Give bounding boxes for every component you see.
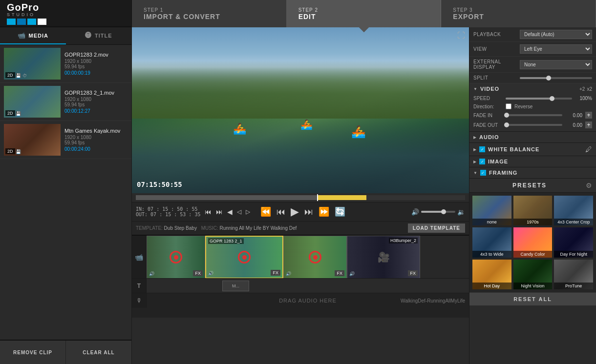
preset-none-label: none	[472, 219, 511, 225]
load-template-button[interactable]: LOAD TEMPLATE	[408, 223, 465, 233]
logo-square-2	[17, 19, 26, 25]
image-expand-icon: ▶	[473, 160, 476, 164]
preset-protune[interactable]: ProTune	[554, 260, 593, 289]
text-clip-m[interactable]: M...	[222, 281, 249, 291]
preset-4x3center-label: 4x3 Center Crop	[554, 219, 593, 225]
framing-section-title: FRAMING	[489, 170, 517, 176]
clip1-audio-btn[interactable]: 🔊	[149, 271, 154, 276]
step1-label: IMPORT & CONVERT	[144, 13, 275, 20]
music-name: Running All My Life BY Walking Def	[219, 225, 297, 231]
fade-in-plus[interactable]: +	[585, 112, 592, 119]
image-section-header[interactable]: ▶ ✓ IMAGE	[469, 156, 596, 167]
clip2-fx-label[interactable]: FX	[271, 270, 280, 276]
sidebar: 📹 MEDIA 🅣 TITLE 2D 💾 ⏱ GOPR12	[0, 27, 132, 364]
step2-num: STEP 2	[298, 7, 429, 13]
step3[interactable]: STEP 3 EXPORT	[441, 0, 596, 27]
media-fps-1: 59.94 fps	[64, 64, 128, 69]
external-select[interactable]: None	[520, 60, 592, 69]
volume-slider[interactable]	[421, 211, 455, 213]
speed-label: SPEED	[473, 96, 503, 101]
fade-in-slider[interactable]	[506, 114, 562, 116]
audio-section-title: AUDIO	[479, 134, 499, 140]
audio-expand-icon: ▶	[473, 135, 476, 140]
fade-out-slider[interactable]	[506, 124, 562, 126]
timeline-clip-4[interactable]: H3Bumper_2 🎥 🔊 FX	[347, 236, 420, 278]
clip3-audio-btn[interactable]: 🔊	[286, 271, 291, 276]
title-icon: 🅣	[85, 32, 92, 39]
right-panel: PLAYBACK Default (Auto) VIEW Left Eye EX…	[469, 27, 596, 364]
prev-frame-button[interactable]: ⏭	[214, 207, 224, 217]
preset-4x3wide[interactable]: 4x3 to Wide	[472, 227, 511, 257]
tab-title[interactable]: 🅣 TITLE	[66, 27, 132, 44]
clear-all-button[interactable]: CLEAR ALL	[66, 341, 131, 364]
wb-dropper-icon[interactable]: 🖊	[585, 145, 592, 153]
play-button[interactable]: ▶	[289, 204, 301, 219]
loop-button[interactable]: 🔄	[333, 205, 347, 218]
media-fps-3: 59.94 fps	[64, 140, 128, 145]
video-collapse-icon: ▼	[473, 87, 477, 91]
logo-square-1	[7, 19, 16, 25]
speed-slider[interactable]	[506, 98, 572, 100]
fade-out-plus[interactable]: +	[585, 121, 592, 128]
preset-4x3wide-label: 4x3 to Wide	[472, 251, 511, 258]
split-slider[interactable]	[520, 77, 592, 79]
clip3-fx-label[interactable]: FX	[335, 270, 344, 276]
audio-section-header[interactable]: ▶ AUDIO	[469, 132, 596, 142]
preset-4x3center[interactable]: 4x3 Center Crop	[554, 196, 593, 225]
media-item[interactable]: 2D 💾 GOPR1283 2_1.mov 1920 x 1080 59.94 …	[0, 83, 131, 121]
preset-hotday[interactable]: Hot Day	[472, 260, 511, 289]
volume-level-icon: 🔉	[457, 208, 465, 216]
fade-out-val: 0.00	[565, 122, 582, 128]
preset-daynight[interactable]: Day For Night	[554, 227, 593, 257]
clip4-fx-label[interactable]: FX	[408, 270, 418, 276]
gopro-text: GoPro	[7, 2, 39, 13]
out-button[interactable]: ▷	[244, 207, 252, 216]
framing-section-header[interactable]: ▼ ✓ FRAMING	[469, 167, 596, 178]
preset-nightvision[interactable]: Night Vision	[513, 260, 553, 289]
rewind-button[interactable]: ⏪	[258, 205, 273, 218]
clip1-fx-label[interactable]: FX	[193, 270, 203, 276]
video-timecode: 07:15:50:55	[137, 181, 182, 188]
white-balance-section-header[interactable]: ▶ ✓ WHITE BALANCE 🖊	[469, 143, 596, 156]
view-select[interactable]: Left Eye	[520, 44, 592, 54]
remove-clip-button[interactable]: REMOVE CLIP	[0, 341, 66, 364]
wb-check: ✓	[479, 146, 485, 152]
tab-media[interactable]: 📹 MEDIA	[0, 27, 66, 44]
image-section-title: IMAGE	[488, 159, 508, 164]
presets-settings-icon[interactable]: ⚙	[586, 182, 592, 189]
preset-candy-label: Candy Color	[513, 251, 553, 258]
step2[interactable]: STEP 2 EDIT	[287, 0, 442, 27]
sd-icon-2: 💾	[16, 111, 21, 116]
preset-1970s[interactable]: 1970s	[513, 196, 553, 225]
media-item[interactable]: 2D 💾 Mtn Games Kayak.mov 1920 x 1080 59.…	[0, 121, 131, 159]
timeline-clip-2[interactable]: GOPR 1283 2_1 🔊 FX	[205, 236, 283, 278]
in-button[interactable]: ◁	[235, 207, 243, 216]
video-section-header[interactable]: ▼ VIDEO +2 x2	[469, 83, 596, 94]
media-dur-2: 00:00:12:27	[64, 108, 128, 114]
media-thumb-3: 2D 💾	[4, 124, 61, 156]
playback-select[interactable]: Default (Auto)	[520, 30, 592, 39]
thumb-tag-1: 2D	[5, 72, 15, 78]
media-item[interactable]: 2D 💾 ⏱ GOPR1283 2.mov 1920 x 1080 59.94 …	[0, 45, 131, 83]
sd-icon: 💾	[16, 73, 21, 78]
clip2-audio-btn[interactable]: 🔊	[208, 271, 213, 276]
timeline-clip-1[interactable]: 🔊 FX	[147, 236, 205, 278]
step-fwd-frame-button[interactable]: ⏭	[302, 206, 315, 218]
timeline-clip-3[interactable]: 🔊 FX	[283, 236, 347, 278]
clip4-audio-btn[interactable]: 🔊	[349, 271, 355, 276]
step-back-frame-button[interactable]: ⏮	[275, 206, 287, 218]
music-label: MUSIC:	[201, 225, 218, 231]
fast-fwd-button[interactable]: ⏩	[317, 205, 331, 218]
preset-none[interactable]: none	[472, 196, 511, 225]
reverse-checkbox[interactable]	[506, 103, 511, 109]
step1[interactable]: STEP 1 IMPORT & CONVERT	[132, 0, 287, 27]
expand-icon[interactable]: ⛶	[457, 31, 465, 40]
go-to-start-button[interactable]: ⏮	[203, 207, 213, 217]
clock-icon-1: ⏱	[22, 73, 27, 78]
text-track-icon: T	[132, 279, 147, 293]
preset-candy[interactable]: Candy Color	[513, 227, 553, 257]
speed-pct: 100%	[575, 96, 592, 101]
step-back-button[interactable]: ◀	[226, 207, 234, 217]
reset-all-button[interactable]: RESET ALL	[469, 292, 596, 305]
video-x2: x2	[587, 86, 592, 92]
